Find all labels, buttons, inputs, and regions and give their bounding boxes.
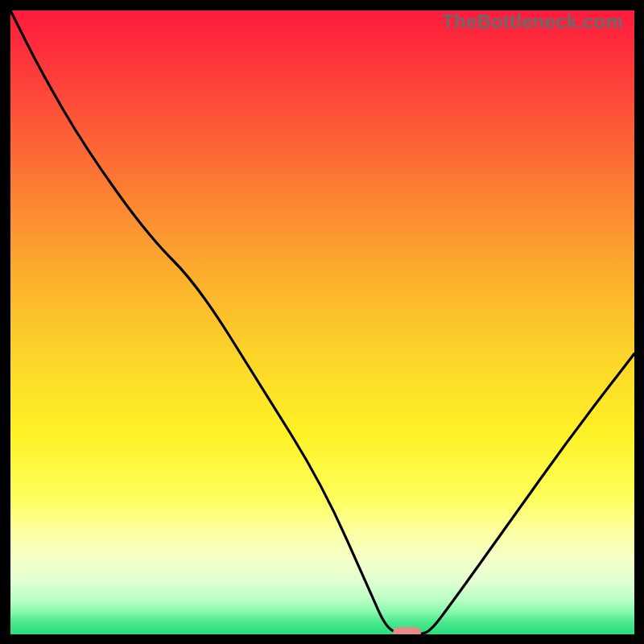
watermark-text: TheBottleneck.com <box>442 10 623 33</box>
plot-area: TheBottleneck.com <box>10 10 634 634</box>
bottleneck-curve <box>10 10 634 634</box>
optimal-marker <box>393 627 421 634</box>
chart-frame: TheBottleneck.com <box>0 0 644 644</box>
